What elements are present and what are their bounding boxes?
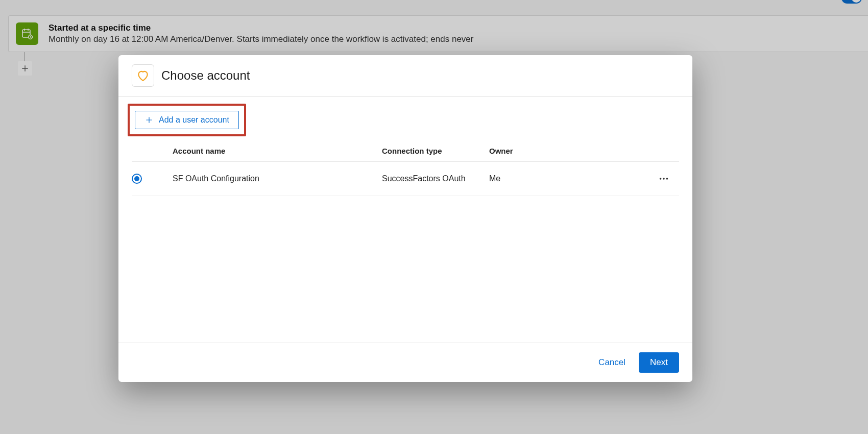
choose-account-modal: Choose account Add a user account Accoun… [118,55,692,382]
column-actions [648,147,679,155]
svg-point-4 [666,178,668,180]
svg-point-3 [663,178,665,180]
modal-body: Add a user account Account name Connecti… [118,97,692,343]
cancel-button[interactable]: Cancel [598,357,625,368]
row-radio-button[interactable] [132,174,142,184]
row-connection-type: SuccessFactors OAuth [382,174,489,183]
more-horizontal-icon [658,173,669,184]
svg-point-2 [660,178,662,180]
column-owner: Owner [489,147,648,155]
accounts-table: Account name Connection type Owner SF OA… [132,147,679,196]
column-connection-type: Connection type [382,147,489,155]
annotation-highlight: Add a user account [128,104,246,136]
row-radio-cell [132,174,173,184]
column-account-name: Account name [173,147,382,155]
row-owner: Me [489,174,648,183]
column-select [132,147,173,155]
next-button[interactable]: Next [639,352,679,373]
row-account-name: SF OAuth Configuration [173,174,382,183]
row-more-actions-button[interactable] [648,173,679,184]
heart-icon [132,64,154,87]
add-user-account-label: Add a user account [159,115,229,125]
modal-footer: Cancel Next [118,343,692,382]
plus-icon [144,115,154,125]
modal-title: Choose account [161,68,250,83]
modal-header: Choose account [118,55,692,97]
add-user-account-button[interactable]: Add a user account [135,111,239,129]
table-header: Account name Connection type Owner [132,147,679,162]
table-row[interactable]: SF OAuth Configuration SuccessFactors OA… [132,162,679,196]
